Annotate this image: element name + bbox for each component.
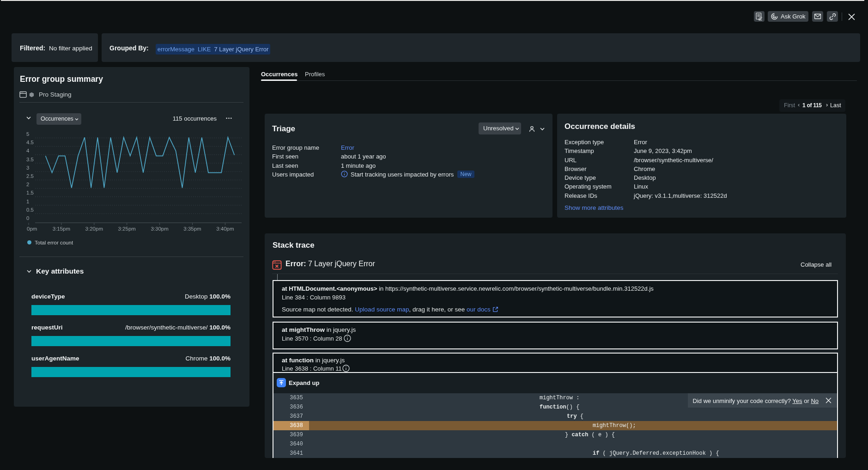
svg-text:0: 0 (26, 215, 29, 221)
svg-text:4: 4 (26, 148, 30, 153)
svg-text:3.5: 3.5 (26, 157, 34, 162)
svg-text:0.5: 0.5 (26, 207, 34, 213)
svg-text:3: 3 (26, 165, 29, 171)
svg-text:3:35pm: 3:35pm (183, 226, 201, 232)
svg-text:2: 2 (26, 182, 29, 187)
svg-text:3:25pm: 3:25pm (118, 226, 136, 232)
svg-text:0pm: 0pm (27, 226, 37, 232)
svg-text:3:20pm: 3:20pm (85, 226, 103, 232)
svg-text:3:40pm: 3:40pm (216, 226, 234, 232)
svg-text:1: 1 (26, 199, 29, 204)
svg-text:2.5: 2.5 (26, 173, 34, 179)
svg-text:3:15pm: 3:15pm (53, 226, 70, 232)
svg-text:3:30pm: 3:30pm (151, 226, 168, 232)
svg-text:1.5: 1.5 (26, 190, 34, 195)
svg-text:4.5: 4.5 (26, 140, 34, 145)
svg-text:5: 5 (26, 131, 29, 137)
